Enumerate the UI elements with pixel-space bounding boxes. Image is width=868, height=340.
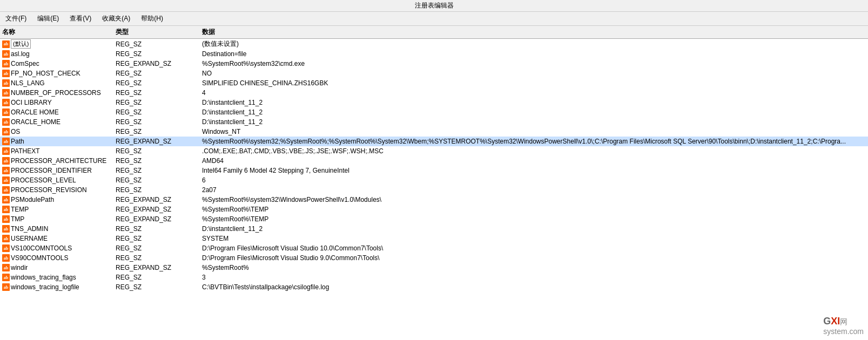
cell-type: REG_EXPAND_SZ: [116, 138, 202, 145]
menu-item-favorites[interactable]: 收藏夹(A): [99, 13, 133, 24]
name-text: NLS_LANG: [11, 79, 45, 87]
name-text: Path: [11, 138, 24, 145]
table-row[interactable]: abPATHEXTREG_SZ.COM;.EXE;.BAT;.CMD;.VBS;…: [0, 146, 868, 156]
cell-type: REG_EXPAND_SZ: [116, 206, 202, 213]
watermark-xi: XI: [831, 316, 840, 327]
ab-icon: ab: [2, 186, 10, 194]
table-row[interactable]: abwindirREG_EXPAND_SZ%SystemRoot%: [0, 263, 868, 273]
name-text: FP_NO_HOST_CHECK: [11, 70, 80, 77]
table-row[interactable]: abORACLE_HOMEREG_SZD:\instantclient_11_2: [0, 117, 868, 127]
table-row[interactable]: abwindows_tracing_flagsREG_SZ3: [0, 273, 868, 282]
column-headers: 名称 类型 数据: [0, 26, 868, 39]
table-row[interactable]: abOSREG_SZWindows_NT: [0, 127, 868, 137]
table-row[interactable]: abasl.logREG_SZDestination=file: [0, 49, 868, 59]
name-text: TEMP: [11, 206, 29, 213]
ab-icon: ab: [2, 50, 10, 58]
name-text: VS100COMNTOOLS: [11, 244, 72, 252]
cell-data: Destination=file: [202, 50, 866, 58]
name-text: ComSpec: [11, 60, 39, 67]
table-row[interactable]: abOCI LIBRARYREG_SZD:\instantclient_11_2: [0, 98, 868, 107]
ab-icon: ab: [2, 79, 10, 87]
table-row[interactable]: abPROCESSOR_ARCHITECTUREREG_SZAMD64: [0, 156, 868, 166]
table-row[interactable]: abTEMPREG_EXPAND_SZ%SystemRoot%\TEMP: [0, 205, 868, 214]
cell-name: abTEMP: [2, 206, 116, 213]
cell-name: abPROCESSOR_LEVEL: [2, 176, 116, 184]
cell-data: Windows_NT: [202, 128, 866, 135]
ab-icon: ab: [2, 225, 10, 233]
menu-item-edit[interactable]: 编辑(E): [34, 13, 62, 24]
cell-type: REG_SZ: [116, 274, 202, 281]
cell-name: abOCI LIBRARY: [2, 99, 116, 106]
table-row[interactable]: abTNS_ADMINREG_SZD:\instantclient_11_2: [0, 224, 868, 234]
name-text: OCI LIBRARY: [11, 99, 52, 106]
col-data-header: 数据: [202, 28, 866, 37]
ab-icon: ab: [2, 264, 10, 271]
cell-type: REG_SZ: [116, 235, 202, 242]
cell-type: REG_SZ: [116, 40, 202, 48]
table-row[interactable]: abORACLE HOMEREG_SZD:\instantclient_11_2: [0, 107, 868, 117]
cell-data: %SystemRoot%\TEMP: [202, 215, 866, 223]
cell-type: REG_EXPAND_SZ: [116, 264, 202, 271]
cell-type: REG_EXPAND_SZ: [116, 196, 202, 203]
cell-data: SIMPLIFIED CHINESE_CHINA.ZHS16GBK: [202, 79, 866, 87]
table-row[interactable]: abwindows_tracing_logfileREG_SZC:\BVTBin…: [0, 282, 868, 292]
table-row[interactable]: abNUMBER_OF_PROCESSORSREG_SZ4: [0, 88, 868, 98]
table-row[interactable]: abUSERNAMEREG_SZSYSTEM: [0, 234, 868, 243]
cell-name: abTMP: [2, 215, 116, 223]
default-label: (默认): [11, 39, 31, 49]
ab-icon: ab: [2, 235, 10, 242]
menu-item-help[interactable]: 帮助(H): [138, 13, 166, 24]
cell-name: abPROCESSOR_REVISION: [2, 186, 116, 194]
cell-name: abNLS_LANG: [2, 79, 116, 87]
cell-data: D:\instantclient_11_2: [202, 118, 866, 126]
ab-icon: ab: [2, 157, 10, 165]
table-row[interactable]: abPathREG_EXPAND_SZ%SystemRoot%\system32…: [0, 137, 868, 146]
table-row[interactable]: abPROCESSOR_REVISIONREG_SZ2a07: [0, 185, 868, 195]
cell-type: REG_EXPAND_SZ: [116, 215, 202, 223]
cell-data: NO: [202, 70, 866, 77]
cell-name: abComSpec: [2, 60, 116, 67]
cell-name: abVS100COMNTOOLS: [2, 244, 116, 252]
cell-type: REG_SZ: [116, 225, 202, 233]
table-row[interactable]: abPROCESSOR_LEVELREG_SZ6: [0, 175, 868, 185]
ab-icon: ab: [2, 60, 10, 67]
cell-data: SYSTEM: [202, 235, 866, 242]
menu-item-view[interactable]: 查看(V): [66, 13, 95, 24]
table-row[interactable]: abPROCESSOR_IDENTIFIERREG_SZIntel64 Fami…: [0, 166, 868, 175]
cell-type: REG_SZ: [116, 70, 202, 77]
table-row[interactable]: abFP_NO_HOST_CHECKREG_SZNO: [0, 69, 868, 78]
cell-type: REG_SZ: [116, 157, 202, 165]
cell-data: D:\Program Files\Microsoft Visual Studio…: [202, 254, 866, 262]
name-text: windows_tracing_logfile: [11, 283, 79, 291]
cell-name: abPROCESSOR_ARCHITECTURE: [2, 157, 116, 165]
col-name-header: 名称: [2, 28, 116, 37]
table-row[interactable]: abVS100COMNTOOLSREG_SZD:\Program Files\M…: [0, 243, 868, 253]
cell-type: REG_SZ: [116, 244, 202, 252]
table-row[interactable]: abPSModulePathREG_EXPAND_SZ%SystemRoot%\…: [0, 195, 868, 205]
ab-icon: ab: [2, 147, 10, 155]
cell-data: .COM;.EXE;.BAT;.CMD;.VBS;.VBE;.JS;.JSE;.…: [202, 147, 866, 155]
cell-data: %SystemRoot%\TEMP: [202, 206, 866, 213]
cell-name: abPSModulePath: [2, 196, 116, 203]
table-row[interactable]: abComSpecREG_EXPAND_SZ%SystemRoot%\syste…: [0, 59, 868, 69]
cell-data: D:\Program Files\Microsoft Visual Studio…: [202, 244, 866, 252]
name-text: PATHEXT: [11, 147, 40, 155]
ab-icon: ab: [2, 118, 10, 126]
table-row[interactable]: abTMPREG_EXPAND_SZ%SystemRoot%\TEMP: [0, 214, 868, 224]
watermark-g: G: [823, 316, 831, 327]
table-row[interactable]: ab(默认)REG_SZ(数值未设置): [0, 39, 868, 49]
ab-icon: ab: [2, 70, 10, 77]
cell-name: ab(默认): [2, 39, 116, 49]
cell-data: D:\instantclient_11_2: [202, 108, 866, 116]
cell-data: 4: [202, 89, 866, 97]
ab-icon: ab: [2, 283, 10, 291]
menu-item-file[interactable]: 文件(F): [2, 13, 30, 24]
menu-bar: 文件(F)编辑(E)查看(V)收藏夹(A)帮助(H): [0, 12, 868, 26]
name-text: PSModulePath: [11, 196, 54, 203]
table-row[interactable]: abNLS_LANGREG_SZSIMPLIFIED CHINESE_CHINA…: [0, 78, 868, 88]
col-type-header: 类型: [116, 28, 202, 37]
cell-type: REG_SZ: [116, 186, 202, 194]
title-bar: 注册表编辑器: [0, 0, 868, 12]
cell-name: abasl.log: [2, 50, 116, 58]
table-row[interactable]: abVS90COMNTOOLSREG_SZD:\Program Files\Mi…: [0, 253, 868, 263]
